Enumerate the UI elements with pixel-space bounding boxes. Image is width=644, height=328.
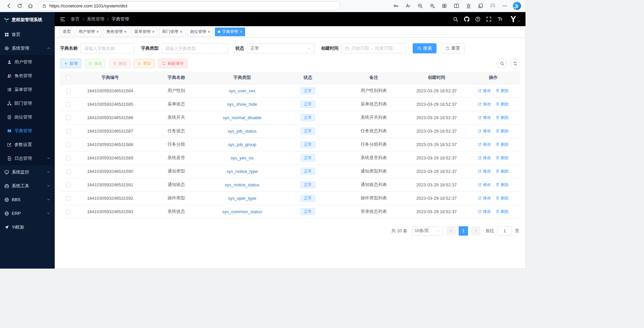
date-range-picker[interactable]: 开始日期 - 结束日期	[341, 43, 406, 53]
fullscreen-icon[interactable]	[486, 16, 492, 22]
page-1-button[interactable]: 1	[459, 226, 468, 236]
row-delete-button[interactable]: 删除	[496, 128, 509, 134]
user-avatar[interactable]: Y	[510, 15, 520, 24]
row-edit-button[interactable]: 修改	[478, 128, 491, 134]
row-checkbox[interactable]	[66, 183, 71, 187]
dict-type-link[interactable]: sys_common_status	[222, 209, 262, 214]
sidebar-item-log-management[interactable]: 日志管理	[0, 151, 55, 165]
sidebar-item-system-tools[interactable]: 系统工具	[0, 179, 55, 193]
profile-button[interactable]	[487, 1, 498, 11]
dict-type-link[interactable]: sys_oper_type	[228, 196, 257, 201]
page-size-select[interactable]: 10条/页	[412, 226, 443, 236]
tab-dict-management[interactable]: 字典管理×	[215, 28, 245, 36]
row-edit-button[interactable]: 修改	[478, 169, 491, 174]
tab-post-management[interactable]: 岗位管理×	[187, 28, 213, 36]
tab-user-management[interactable]: 用户管理×	[76, 28, 102, 36]
dict-type-link[interactable]: sys_yes_no	[231, 155, 254, 160]
tab-role-management[interactable]: 角色管理×	[103, 28, 130, 36]
row-checkbox[interactable]	[66, 115, 71, 120]
dict-type-link[interactable]: sys_notice_status	[225, 182, 259, 187]
close-icon[interactable]: ×	[124, 30, 127, 34]
sidebar-item-user-management[interactable]: 用户管理	[0, 55, 55, 69]
status-select[interactable]: 正常	[247, 43, 314, 53]
bing-chat-button[interactable]: b	[511, 1, 522, 11]
export-button[interactable]: 导出	[134, 59, 155, 68]
browser-refresh-button[interactable]	[14, 1, 25, 11]
split-screen-button[interactable]	[451, 1, 462, 11]
dict-type-link[interactable]: sys_normal_disable	[223, 115, 262, 120]
sidebar-item-param-settings[interactable]: 参数设置	[0, 138, 55, 151]
sidebar-item-erp[interactable]: ERP	[0, 206, 55, 220]
header-search-icon[interactable]	[453, 16, 458, 22]
close-icon[interactable]: ×	[240, 30, 242, 34]
browser-home-button[interactable]	[25, 1, 36, 11]
browser-back-button[interactable]	[3, 1, 14, 11]
refresh-cache-button[interactable]: 刷新缓存	[158, 59, 187, 68]
select-all-checkbox[interactable]	[66, 76, 71, 80]
dict-type-link[interactable]: sys_job_status	[228, 129, 257, 134]
password-key-button[interactable]	[390, 1, 401, 11]
add-favorite-button[interactable]	[427, 1, 438, 11]
goto-page-input[interactable]	[497, 226, 512, 236]
browser-menu-button[interactable]	[499, 1, 510, 11]
add-button[interactable]: 新增	[60, 59, 81, 68]
close-icon[interactable]: ×	[96, 30, 99, 34]
sidebar-item-role-management[interactable]: 角色管理	[0, 69, 55, 83]
breadcrumb-item[interactable]: 系统管理	[87, 16, 104, 22]
row-edit-button[interactable]: 修改	[478, 142, 491, 147]
reset-button[interactable]: 重置	[441, 43, 465, 53]
sidebar-item-yi-framework[interactable]: Yi框架	[0, 220, 55, 234]
help-icon[interactable]	[475, 16, 480, 22]
row-edit-button[interactable]: 修改	[478, 88, 491, 94]
row-checkbox[interactable]	[66, 156, 71, 160]
row-delete-button[interactable]: 删除	[496, 142, 509, 147]
row-checkbox[interactable]	[66, 196, 71, 201]
sidebar-item-dict-management[interactable]: 字典管理	[0, 124, 55, 138]
dict-name-input[interactable]	[81, 43, 134, 53]
dict-type-link[interactable]: sys_job_group	[228, 142, 257, 147]
row-delete-button[interactable]: 删除	[496, 182, 509, 188]
row-checkbox[interactable]	[66, 209, 71, 214]
sidebar-item-system-monitor[interactable]: 系统监控	[0, 165, 55, 179]
dict-type-input[interactable]	[162, 43, 229, 53]
sidebar-item-home[interactable]: 首页	[0, 28, 55, 41]
edit-button[interactable]: 修改	[85, 59, 106, 68]
zoom-button[interactable]	[415, 1, 425, 11]
dict-type-link[interactable]: sys_notice_type	[226, 169, 258, 174]
row-delete-button[interactable]: 删除	[496, 209, 509, 215]
sidebar-item-bbs[interactable]: BBS	[0, 193, 55, 206]
github-icon[interactable]	[464, 16, 469, 22]
next-page-button[interactable]	[471, 226, 480, 236]
row-delete-button[interactable]: 删除	[496, 195, 509, 201]
dict-type-link[interactable]: sys_show_hide	[227, 102, 257, 107]
row-checkbox[interactable]	[66, 169, 71, 174]
refresh-table-button[interactable]	[510, 58, 520, 68]
tab-home[interactable]: 首页	[60, 28, 74, 36]
delete-button[interactable]: 删除	[109, 59, 130, 68]
prev-page-button[interactable]	[446, 226, 456, 236]
row-checkbox[interactable]	[66, 102, 71, 107]
favorites-button[interactable]	[463, 1, 474, 11]
close-icon[interactable]: ×	[152, 30, 154, 34]
row-edit-button[interactable]: 修改	[478, 115, 491, 121]
row-edit-button[interactable]: 修改	[478, 182, 491, 188]
row-delete-button[interactable]: 删除	[496, 101, 509, 107]
tab-menu-management[interactable]: 菜单管理×	[131, 28, 157, 36]
row-delete-button[interactable]: 删除	[496, 115, 509, 121]
sidebar-item-dept-management[interactable]: 部门管理	[0, 96, 55, 110]
extension-button[interactable]	[439, 1, 450, 11]
row-checkbox[interactable]	[66, 142, 71, 147]
breadcrumb-item[interactable]: 首页	[71, 16, 80, 22]
row-delete-button[interactable]: 删除	[496, 169, 509, 174]
font-size-icon[interactable]	[497, 16, 503, 22]
toggle-search-button[interactable]	[497, 58, 507, 68]
sidebar-item-system-management[interactable]: 系统管理	[0, 41, 55, 55]
row-edit-button[interactable]: 修改	[478, 209, 491, 215]
address-bar[interactable]: https://ccnetcore.com:1101/system/dict	[38, 1, 340, 10]
row-edit-button[interactable]: 修改	[478, 101, 491, 107]
row-edit-button[interactable]: 修改	[478, 195, 491, 201]
close-icon[interactable]: ×	[208, 30, 210, 34]
search-button[interactable]: 搜索	[413, 43, 436, 53]
read-aloud-button[interactable]	[403, 1, 413, 11]
sidebar-item-post-management[interactable]: 岗位管理	[0, 110, 55, 124]
